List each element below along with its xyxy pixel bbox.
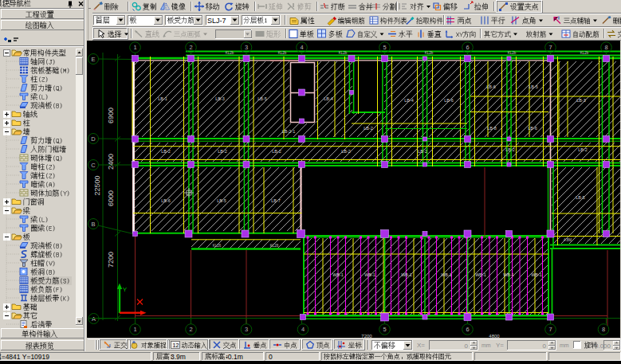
svg-text:LB-5: LB-5	[257, 96, 267, 101]
svg-text:3: 3	[245, 44, 248, 51]
svg-text:KL2b: KL2b	[226, 51, 234, 55]
svg-text:-0.1m: -0.1m	[226, 353, 243, 361]
svg-text:0: 0	[465, 342, 469, 350]
svg-text:0: 0	[543, 342, 547, 350]
svg-text:WB-1: WB-1	[503, 272, 514, 277]
svg-text:LB-3: LB-3	[215, 96, 225, 101]
svg-text:LB-3: LB-3	[576, 98, 586, 103]
svg-text:5: 5	[383, 326, 386, 333]
svg-text:1: 1	[133, 44, 136, 51]
svg-text:KL28: KL28	[270, 244, 279, 248]
svg-text:WB-1: WB-1	[531, 272, 542, 277]
svg-text:LB-2: LB-2	[505, 147, 515, 152]
svg-text:X=4841 Y=10919: X=4841 Y=10919	[0, 353, 49, 361]
svg-text:6000: 6000	[107, 190, 115, 206]
svg-text:6: 6	[466, 326, 469, 333]
svg-text:6900: 6900	[107, 108, 115, 123]
svg-text:WB-1: WB-1	[332, 272, 344, 277]
svg-text:LB-6: LB-6	[528, 126, 537, 131]
svg-text:LB-2: LB-2	[341, 149, 351, 154]
svg-text:7200: 7200	[107, 252, 115, 268]
svg-text:B: B	[91, 221, 95, 228]
svg-text:LB-5: LB-5	[529, 84, 538, 89]
svg-text:LB-6: LB-6	[444, 98, 454, 103]
svg-text:KL2b: KL2b	[339, 51, 348, 55]
svg-text:8: 8	[604, 44, 607, 51]
svg-text:0.000: 0.000	[595, 342, 611, 350]
svg-text:LB-5: LB-5	[576, 195, 585, 200]
svg-text:LB-2-1: LB-2-1	[282, 129, 296, 134]
svg-text:LB-6: LB-6	[486, 84, 496, 89]
svg-text:KL2b: KL2b	[278, 51, 287, 55]
svg-text:22500: 22500	[93, 175, 101, 195]
svg-text:LB-2: LB-2	[161, 149, 171, 154]
svg-text:Y: Y	[123, 286, 128, 293]
svg-text:mm: mm	[481, 342, 491, 348]
svg-text:WB-1: WB-1	[441, 272, 452, 277]
svg-text:3: 3	[245, 326, 248, 333]
svg-text:E: E	[91, 56, 95, 63]
svg-text:C: C	[91, 162, 96, 169]
svg-text:LB-2: LB-2	[578, 147, 588, 152]
svg-text:LB-7: LB-7	[271, 198, 281, 203]
svg-text:WB-1: WB-1	[401, 272, 412, 277]
svg-text:KL26: KL26	[213, 244, 222, 248]
svg-text:0: 0	[269, 353, 273, 361]
svg-text:LB-2: LB-2	[218, 149, 227, 154]
svg-text:2: 2	[189, 44, 192, 51]
svg-text:7: 7	[548, 44, 552, 51]
svg-text:WB-1: WB-1	[475, 272, 486, 277]
svg-text:LB-2: LB-2	[364, 126, 373, 131]
svg-text:7: 7	[548, 326, 552, 333]
svg-text:LB-2: LB-2	[272, 149, 281, 154]
svg-text:KL2b: KL2b	[580, 51, 589, 55]
svg-text:LB-2: LB-2	[418, 149, 427, 154]
svg-text:A: A	[92, 315, 96, 323]
svg-text:LB-8: LB-8	[487, 126, 497, 131]
svg-text:2: 2	[189, 326, 192, 333]
svg-text:LB-4: LB-4	[324, 96, 333, 101]
svg-text:12: 12	[173, 342, 179, 348]
svg-text:X=: X=	[417, 342, 425, 349]
svg-text:LB-6: LB-6	[161, 198, 171, 203]
svg-text:LB-5: LB-5	[217, 198, 226, 203]
svg-text:mm: mm	[560, 342, 569, 348]
svg-text:5: 5	[383, 44, 386, 51]
svg-text:2400: 2400	[107, 154, 115, 170]
svg-text:4: 4	[301, 326, 305, 333]
svg-text:4: 4	[300, 44, 303, 51]
svg-text:4.8M: 4.8M	[564, 238, 572, 242]
svg-text:LB-1: LB-1	[158, 96, 167, 101]
svg-text:KL2b: KL2b	[425, 51, 434, 55]
svg-text:1: 1	[133, 326, 136, 333]
svg-text:KL2b: KL2b	[508, 51, 517, 55]
svg-text:D: D	[91, 135, 96, 143]
svg-text:WB-1: WB-1	[364, 272, 375, 277]
svg-text:3.9m: 3.9m	[171, 353, 186, 361]
svg-text:Y=: Y=	[496, 342, 504, 349]
svg-text:LB-4: LB-4	[404, 98, 414, 103]
svg-text:6: 6	[466, 44, 469, 51]
svg-text:8: 8	[602, 326, 605, 333]
svg-text:SLJ-7: SLJ-7	[207, 17, 226, 25]
